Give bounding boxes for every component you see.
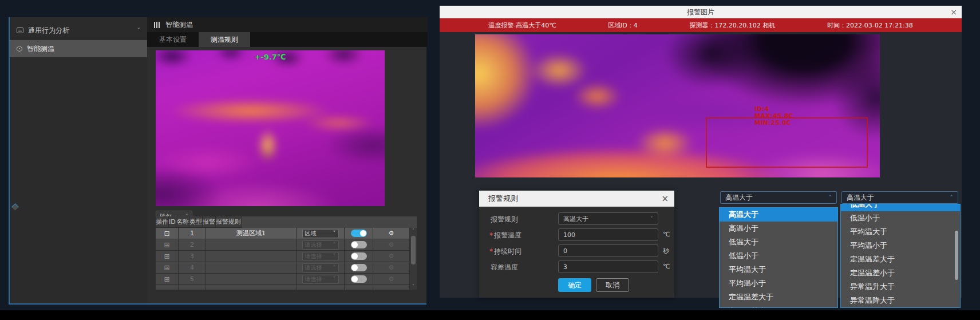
dropdown-option[interactable]: 高温大于: [720, 208, 837, 222]
ok-button[interactable]: 确定: [558, 278, 591, 292]
alarm-toggle[interactable]: [351, 230, 367, 237]
row-id-cell: 5: [179, 274, 206, 285]
gear-icon[interactable]: ⚙: [389, 264, 394, 271]
rule-dropdown-left-select[interactable]: 高温大于 ˄: [720, 191, 837, 204]
type-select[interactable]: 请选择 ˅: [302, 252, 339, 261]
close-icon[interactable]: ×: [950, 6, 957, 18]
row-operation-cell[interactable]: [156, 251, 179, 262]
alarm-thermal-image: ID:4 MAX:45.8C MIN:25.0C: [475, 34, 880, 177]
row-operation-cell[interactable]: [156, 262, 179, 274]
alarm-toggle[interactable]: [351, 264, 367, 271]
camera-icon: [17, 46, 22, 52]
dropdown-option[interactable]: 异常温降大于: [841, 294, 960, 307]
table-scrollbar[interactable]: ˄ ˅: [410, 228, 417, 290]
rule-dialog-title: 报警规则: [488, 193, 518, 204]
dropdown-option[interactable]: 平均温小于: [720, 276, 837, 290]
list-icon: [17, 27, 23, 33]
sidebar: 通用行为分析 ˅ 智能测温: [10, 17, 147, 303]
dropdown-scrollbar-thumb[interactable]: [955, 231, 958, 280]
field-unit: ℃: [663, 263, 670, 270]
sidebar-group-behavior-analysis[interactable]: 通用行为分析 ˅: [10, 23, 147, 38]
rule-field-row: *持续时间 0 ˅ 秒: [479, 244, 674, 257]
dropdown-option[interactable]: 低温大于: [841, 204, 960, 211]
alarm-toggle[interactable]: [351, 241, 367, 248]
row-rule-cell: ⚙: [373, 251, 410, 262]
gear-icon[interactable]: ⚙: [389, 230, 394, 237]
rule-field-row: *报警温度 100 ˅ ℃: [479, 228, 674, 241]
field-value: 0: [563, 247, 567, 255]
row-alarm-cell: [345, 239, 373, 251]
field-label: 容差温度: [489, 263, 518, 272]
dropdown-option[interactable]: 低温大于: [720, 235, 837, 249]
page-root: 通用行为分析 ˅ 智能测温 智能测温 基本设置 测温规则: [0, 0, 980, 320]
bottom-black-strip: [0, 310, 980, 320]
rule-field-row: 报警规则 高温大于 ˅: [479, 212, 674, 225]
dialog-titlebar: 报警图片 ×: [440, 6, 962, 18]
rule-dropdown-right-select[interactable]: 高温大于 ˄: [841, 191, 958, 204]
close-icon[interactable]: ×: [661, 191, 669, 207]
cancel-button[interactable]: 取消: [596, 278, 629, 292]
rule-field-row: 容差温度 3 ˅ ℃: [479, 260, 674, 273]
alarm-type-text: 温度报警-高温大于40℃: [488, 21, 556, 30]
dropdown-option[interactable]: 平均温小于: [841, 239, 960, 252]
field-control[interactable]: 3 ˅: [558, 260, 658, 273]
type-select-value: 请选择: [305, 241, 322, 249]
dropdown-option[interactable]: 平均温大于: [720, 263, 837, 276]
row-type-cell: 请选择 ˅: [297, 251, 345, 262]
row-id-cell: 1: [179, 228, 206, 239]
row-id-cell: 2: [179, 239, 206, 251]
alarm-toggle[interactable]: [351, 252, 367, 260]
scroll-up-icon[interactable]: ˄: [410, 228, 417, 234]
roi-annotation: ID:4 MAX:45.8C MIN:25.0C: [754, 106, 793, 127]
dropdown-option[interactable]: 定温温差小于: [841, 266, 960, 280]
rules-table: 操作 ID 名称 类型 报警 报警规则: [156, 216, 417, 290]
dropdown-option[interactable]: 低温小于: [720, 249, 837, 263]
dropdown-option[interactable]: 定温温差大于: [841, 252, 960, 266]
dropdown-option[interactable]: 平均温大于: [841, 225, 960, 239]
type-select[interactable]: 请选择 ˅: [302, 263, 339, 272]
gear-icon[interactable]: ⚙: [389, 252, 394, 260]
region-op-icon: [164, 276, 169, 283]
dropdown-option[interactable]: 低温小于: [841, 211, 960, 225]
spot-temperature-readout: +-9.7℃: [156, 53, 385, 61]
scroll-down-icon[interactable]: ˅: [410, 284, 417, 289]
tab[interactable]: 测温规则: [199, 32, 250, 47]
table-header-cell: 报警: [203, 216, 216, 228]
gear-icon[interactable]: ⚙: [389, 275, 394, 283]
alarm-toggle[interactable]: [351, 275, 367, 283]
thermal-preview-canvas[interactable]: +-9.7℃: [156, 50, 385, 206]
dropdown-option[interactable]: 高温小于: [720, 222, 837, 235]
type-select[interactable]: 区域 ˅: [302, 229, 339, 238]
scrollbar-thumb[interactable]: [411, 236, 416, 264]
row-rule-cell: ⚙: [373, 228, 410, 239]
type-select[interactable]: 请选择 ˅: [302, 275, 339, 284]
roi-min: MIN:25.0C: [754, 120, 793, 127]
field-value: 3: [563, 263, 567, 271]
row-operation-cell[interactable]: [156, 228, 179, 239]
type-select-value: 请选择: [305, 264, 322, 272]
field-control[interactable]: 0 ˅: [558, 244, 658, 257]
dropdown-value: 高温大于: [847, 193, 874, 203]
row-alarm-cell: [345, 251, 373, 262]
type-select[interactable]: 请选择 ˅: [302, 240, 339, 250]
table-header-cell: 名称: [176, 216, 189, 228]
row-operation-cell[interactable]: [156, 274, 179, 285]
gear-icon[interactable]: ⚙: [389, 241, 394, 248]
field-control[interactable]: 高温大于 ˅: [558, 212, 658, 225]
row-alarm-cell: [345, 262, 373, 274]
type-select-value: 区域: [305, 230, 317, 238]
row-operation-cell[interactable]: [156, 239, 179, 251]
dropdown-option[interactable]: 定温温差小于: [720, 304, 837, 308]
tab[interactable]: 基本设置: [147, 32, 199, 47]
table-row: 1 测温区域1 区域 ˅: [156, 228, 410, 239]
field-value: 100: [563, 231, 575, 239]
dropdown-option[interactable]: 定温温差大于: [720, 290, 837, 304]
field-unit: ℃: [663, 231, 670, 238]
chevron-down-icon: ˅: [333, 264, 336, 271]
table-row: 2 请选择 ˅: [156, 239, 410, 251]
sidebar-item-smart-thermometry[interactable]: 智能测温: [10, 40, 147, 57]
table-header-row: 操作 ID 名称 类型 报警 报警规则: [156, 216, 410, 228]
dropdown-option[interactable]: 异常温升大于: [841, 280, 960, 294]
row-alarm-cell: [345, 228, 373, 239]
field-control[interactable]: 100 ˅: [558, 228, 658, 241]
